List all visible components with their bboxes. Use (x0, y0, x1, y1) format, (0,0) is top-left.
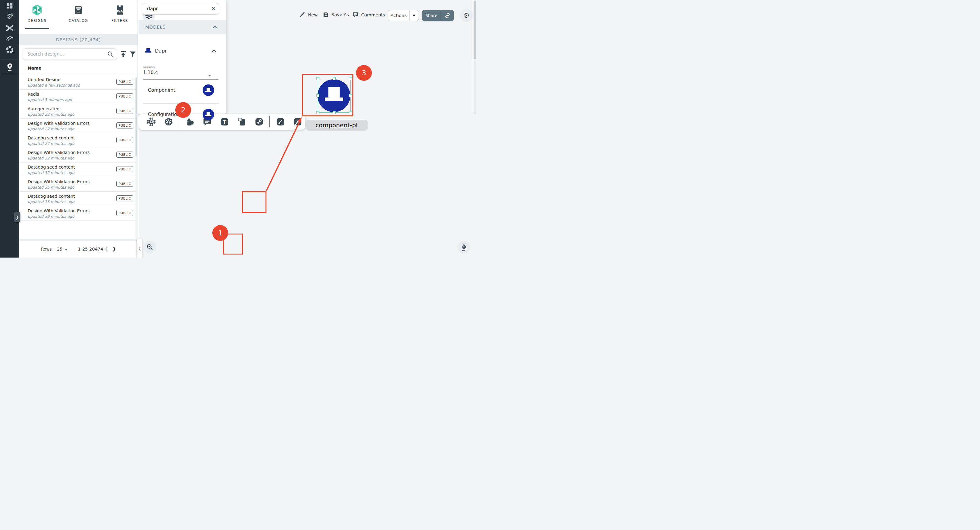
configuration-shape-icon[interactable] (203, 109, 214, 114)
sidebar-expand-button[interactable]: ❯ (14, 212, 21, 222)
component-tool-icon[interactable] (147, 117, 156, 126)
panel-canvas-divider (138, 0, 138, 258)
tab-catalog[interactable]: CATALOG (62, 4, 95, 23)
text-tool-icon[interactable]: T (220, 117, 229, 126)
visibility-badge: PUBLIC (116, 79, 134, 85)
rows-per-page-caret-icon[interactable] (65, 249, 68, 251)
pencil-draw-tool-icon[interactable] (293, 117, 302, 126)
design-list: Untitled Design updated a few seconds ag… (19, 75, 138, 221)
actions-dropdown-button[interactable] (409, 10, 418, 21)
save-as-button[interactable]: Save As (323, 11, 349, 18)
shapes-tool-icon[interactable] (185, 117, 194, 126)
design-updated: updated a few seconds ago (28, 83, 80, 88)
sidebar-item-extensions[interactable] (0, 45, 19, 55)
annotation-step-2: 2 (175, 102, 191, 118)
location-pin-icon (6, 62, 14, 72)
gear-small-icon: ⚙ (10, 13, 14, 17)
drawer-collapse-handle[interactable]: ❮ (137, 239, 143, 258)
list-scrollbar-thumb[interactable] (135, 78, 137, 156)
designs-panel: DESIGNS CATALOG WA FILTERS DESIGNS (20,4… (19, 0, 138, 258)
pagination-footer: Rows 25 1-25 20474 ❮ ❯ (19, 240, 138, 258)
designs-spiral-icon (21, 4, 54, 16)
settings-button[interactable]: ⚙ (460, 9, 473, 22)
annotation-box-component (242, 191, 266, 213)
save-icon (323, 11, 329, 18)
sidebar-item-kanvas[interactable] (0, 61, 19, 73)
list-item[interactable]: Design With Validation Errors updated 39… (19, 206, 138, 221)
sidebar-item-lifecycle[interactable]: ⚙ ⚙ (0, 11, 19, 22)
comment-icon (352, 11, 359, 18)
next-page-button[interactable]: ❯ (112, 246, 116, 251)
version-select[interactable]: 1.10.4 (143, 70, 158, 75)
share-button[interactable]: Share (422, 10, 454, 21)
visibility-badge: PUBLIC (116, 166, 134, 172)
list-item[interactable]: Datadog seed content updated 27 minutes … (19, 133, 138, 148)
design-canvas[interactable]: New Save As Comments Actions Share (138, 0, 476, 258)
visibility-badge: PUBLIC (116, 137, 134, 143)
dapr-collapse-icon[interactable] (211, 49, 216, 53)
design-name: Datadog seed content (28, 165, 75, 169)
design-name: Autogenerated (28, 106, 60, 111)
annotation-step-1: 1 (212, 225, 228, 241)
list-item[interactable]: Design With Validation Errors updated 27… (19, 119, 138, 133)
copy-link-button[interactable] (441, 10, 454, 21)
list-item[interactable]: Datadog seed content updated 35 minutes … (19, 192, 138, 206)
models-collapse-icon[interactable] (212, 25, 218, 29)
model-search-input[interactable] (147, 6, 212, 11)
kubernetes-tool-icon[interactable] (164, 117, 173, 126)
design-name: Design With Validation Errors (28, 179, 90, 184)
pen-tool-icon[interactable] (276, 117, 285, 126)
tab-designs-label: DESIGNS (21, 19, 54, 23)
list-item[interactable]: Design With Validation Errors updated 32… (19, 148, 138, 162)
list-item[interactable]: Redis updated 5 minutes ago PUBLIC (19, 89, 138, 104)
list-item[interactable]: Datadog seed content updated 32 minutes … (19, 162, 138, 177)
relationship-tool-icon[interactable] (255, 117, 264, 126)
toolbar-divider (269, 116, 270, 127)
model-search-field: ✕ (142, 3, 219, 14)
rail-divider (2, 74, 18, 74)
pen-nib-icon (460, 243, 468, 251)
rail-divider (2, 59, 18, 60)
model-dapr-label: Dapr (155, 48, 167, 54)
rows-per-page-value[interactable]: 25 (57, 247, 62, 251)
comments-label: Comments (361, 13, 385, 18)
import-design-button[interactable] (120, 51, 127, 58)
design-updated: updated 5 minutes ago (28, 97, 72, 102)
component-shape-icon[interactable] (203, 84, 214, 96)
list-item[interactable]: Design With Validation Errors updated 35… (19, 177, 138, 192)
design-search-input[interactable] (27, 51, 107, 57)
model-dapr-row[interactable]: Dapr (138, 45, 223, 57)
sidebar-item-configuration[interactable] (0, 23, 19, 33)
tab-designs[interactable]: DESIGNS (21, 4, 54, 23)
version-caret-icon[interactable] (208, 75, 211, 76)
sidebar-item-dashboard[interactable] (0, 1, 19, 11)
speedometer-icon (5, 35, 14, 42)
search-icon (107, 51, 114, 57)
design-updated: updated 22 minutes ago (28, 112, 75, 117)
pagination-range: 1-25 20474 (74, 247, 107, 251)
new-button[interactable]: New (299, 11, 318, 18)
zoom-button[interactable] (143, 240, 156, 253)
design-name: Datadog seed content (28, 135, 75, 140)
filter-designs-button[interactable] (129, 51, 137, 58)
comments-button[interactable]: Comments (352, 11, 385, 18)
clear-search-icon[interactable]: ✕ (212, 6, 216, 12)
sidebar-item-performance[interactable] (0, 33, 19, 43)
tab-filters[interactable]: WA FILTERS (103, 4, 137, 23)
visibility-badge: PUBLIC (116, 93, 134, 99)
design-updated: updated 32 minutes ago (28, 156, 75, 160)
previous-page-button[interactable]: ❮ (105, 246, 108, 251)
list-item[interactable]: Autogenerated updated 22 minutes ago PUB… (19, 104, 138, 119)
mesh-ring-icon (5, 46, 14, 54)
filters-wasm-icon: WA (103, 4, 137, 16)
visibility-badge: PUBLIC (116, 210, 134, 216)
actions-label: Actions (388, 10, 409, 21)
note-tool-icon[interactable] (237, 117, 247, 126)
component-item-label: Component (148, 88, 175, 93)
funnel-icon (130, 52, 135, 57)
share-label: Share (422, 10, 441, 21)
list-item[interactable]: Untitled Design updated a few seconds ag… (19, 75, 138, 89)
pen-mode-button[interactable] (458, 241, 470, 254)
actions-button[interactable]: Actions (388, 10, 419, 21)
configuration-item-label: Configuration (148, 112, 180, 114)
